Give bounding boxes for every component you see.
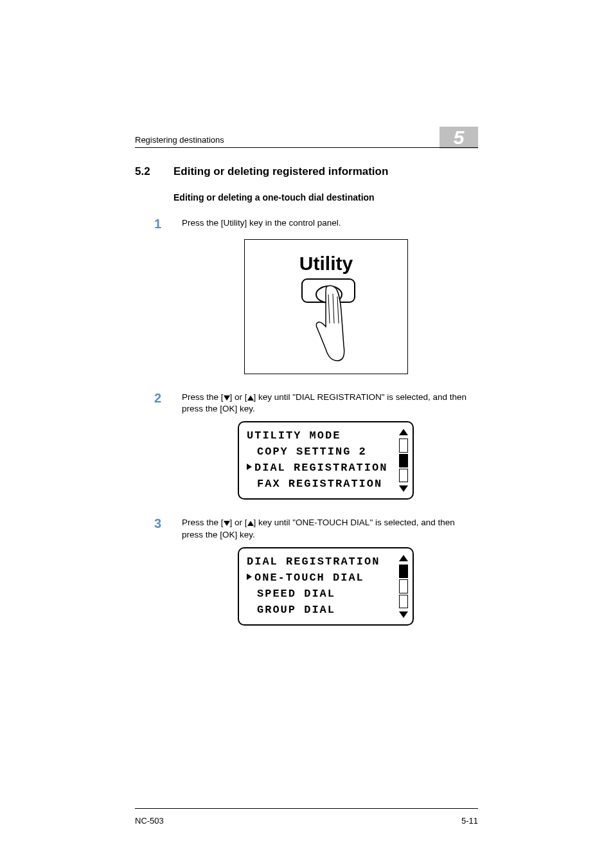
lcd-scrollbar	[398, 555, 409, 618]
lcd-line: COPY SETTING 2	[247, 444, 407, 460]
footer-rule	[135, 808, 478, 809]
step-1: 1 Press the [Utility] key in the control…	[154, 215, 478, 233]
step-number: 3	[154, 515, 166, 540]
page-footer: NC-503 5-11	[135, 816, 478, 826]
up-arrow-icon	[247, 521, 254, 526]
section-title: Editing or deleting registered informati…	[173, 165, 388, 178]
press-hand-icon	[306, 285, 351, 368]
step-text: Press the [Utility] key in the control p…	[182, 215, 478, 233]
scroll-down-icon	[399, 611, 408, 618]
footer-model: NC-503	[135, 816, 164, 826]
lcd-line: GROUP DIAL	[247, 602, 407, 618]
down-arrow-icon	[224, 395, 230, 401]
lcd-dial-registration: DIAL REGISTRATION ONE-TOUCH DIAL SPEED D…	[238, 547, 414, 626]
step-text: Press the [] or [] key until "DIAL REGIS…	[182, 390, 478, 415]
subsection-heading: Editing or deleting a one-touch dial des…	[173, 192, 478, 203]
scroll-down-icon	[399, 485, 408, 492]
lcd-line: DIAL REGISTRATION	[247, 554, 407, 570]
utility-key-figure: Utility	[244, 239, 408, 374]
down-arrow-icon	[224, 521, 230, 526]
lcd-scrollbar	[398, 429, 409, 492]
up-arrow-icon	[247, 395, 254, 401]
step-number: 2	[154, 390, 166, 415]
lcd-utility-mode: UTILITY MODE COPY SETTING 2 DIAL REGISTR…	[238, 421, 414, 500]
lcd-line: SPEED DIAL	[247, 586, 407, 602]
lcd-line-selected: DIAL REGISTRATION	[247, 460, 407, 476]
step-text: Press the [] or [] key until "ONE-TOUCH …	[182, 515, 478, 540]
scroll-up-icon	[399, 555, 408, 561]
running-head-text: Registering destinations	[135, 135, 224, 145]
scroll-up-icon	[399, 429, 408, 435]
step-3: 3 Press the [] or [] key until "ONE-TOUC…	[154, 515, 478, 540]
footer-page-number: 5-11	[461, 816, 478, 826]
step-number: 1	[154, 215, 166, 233]
running-head: Registering destinations	[135, 135, 478, 148]
step-2: 2 Press the [] or [] key until "DIAL REG…	[154, 390, 478, 415]
section-number: 5.2	[135, 165, 157, 178]
lcd-line: FAX REGISTRATION	[247, 476, 407, 492]
lcd-line-selected: ONE-TOUCH DIAL	[247, 570, 407, 586]
section-heading: 5.2 Editing or deleting registered infor…	[135, 165, 478, 178]
lcd-line: UTILITY MODE	[247, 428, 407, 444]
utility-label: Utility	[245, 253, 407, 275]
